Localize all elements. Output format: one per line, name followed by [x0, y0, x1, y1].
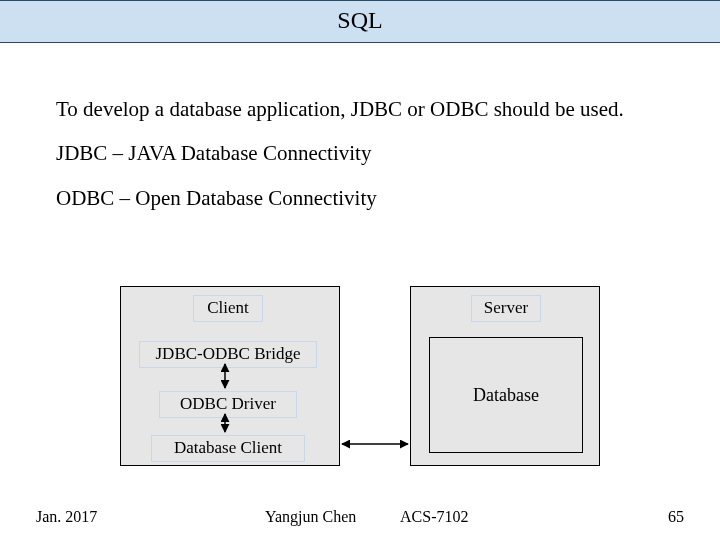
server-panel: Server Database: [410, 286, 600, 466]
architecture-diagram: Client JDBC-ODBC Bridge ODBC Driver Data…: [120, 286, 600, 466]
footer-course: ACS-7102: [400, 508, 468, 526]
body-paragraph-odbc: ODBC – Open Database Connectivity: [56, 185, 666, 211]
client-panel: Client JDBC-ODBC Bridge ODBC Driver Data…: [120, 286, 340, 466]
body-text: To develop a database application, JDBC …: [56, 96, 666, 229]
footer-page-number: 65: [668, 508, 684, 526]
database-client-box: Database Client: [151, 435, 305, 462]
server-label-box: Server: [471, 295, 541, 322]
body-paragraph-intro: To develop a database application, JDBC …: [56, 96, 666, 122]
footer-author: Yangjun Chen: [265, 508, 356, 526]
client-label-box: Client: [193, 295, 263, 322]
slide-title: SQL: [0, 0, 720, 43]
body-paragraph-jdbc: JDBC – JAVA Database Connectivity: [56, 140, 666, 166]
jdbc-odbc-bridge-box: JDBC-ODBC Bridge: [139, 341, 317, 368]
odbc-driver-box: ODBC Driver: [159, 391, 297, 418]
footer-date: Jan. 2017: [36, 508, 97, 526]
slide: SQL To develop a database application, J…: [0, 0, 720, 540]
database-box: Database: [429, 337, 583, 453]
